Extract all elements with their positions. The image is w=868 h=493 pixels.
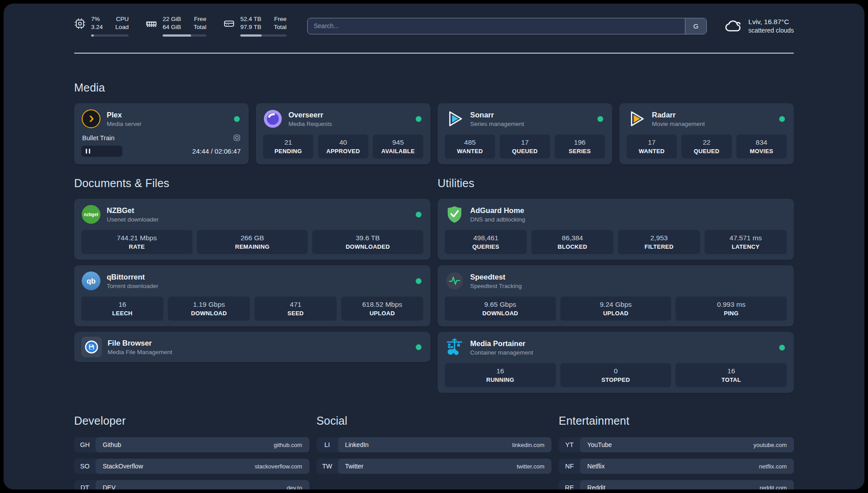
bookmarks-social: Social LI LinkedIn linkedin.com TW Twitt… bbox=[317, 414, 552, 474]
bookmark-name: YouTube bbox=[587, 441, 612, 448]
app-description: Media Requests bbox=[288, 121, 332, 127]
bookmark-netflix[interactable]: NF Netflix netflix.com bbox=[559, 459, 794, 474]
app-name: Plex bbox=[107, 111, 142, 119]
session-icon bbox=[233, 134, 241, 142]
stat-tile: 17 QUEUED bbox=[500, 134, 550, 159]
stat-tile: 471 SEED bbox=[255, 297, 337, 321]
app-name: Speedtest bbox=[470, 273, 522, 281]
stat-tile: 16 TOTAL bbox=[676, 363, 787, 387]
bookmark-name: Reddit bbox=[587, 484, 605, 489]
bookmarks-entertainment: Entertainment YT YouTube youtube.com NF … bbox=[559, 414, 794, 489]
portainer-card[interactable]: Media Portainer Container management 16 … bbox=[438, 332, 794, 393]
sonarr-icon bbox=[445, 109, 464, 128]
playback-pause-indicator bbox=[81, 146, 122, 157]
section-title-entertainment: Entertainment bbox=[559, 414, 794, 427]
stat-tile: 2,953 FILTERED bbox=[618, 230, 700, 254]
disk-icon bbox=[223, 18, 235, 29]
status-dot bbox=[597, 116, 603, 122]
stat-tile: 40 APPROVED bbox=[318, 134, 368, 159]
bookmark-reddit[interactable]: RE Reddit reddit.com bbox=[559, 480, 794, 489]
pause-icon bbox=[86, 149, 87, 154]
status-dot bbox=[779, 116, 785, 122]
search-provider-button[interactable]: G bbox=[685, 18, 706, 34]
app-description: Movie management bbox=[652, 121, 705, 127]
weather-condition: scattered clouds bbox=[748, 27, 794, 34]
bookmark-abbr: DT bbox=[74, 480, 96, 489]
disk-free-value: 52.4 TB bbox=[240, 15, 261, 23]
bookmark-youtube[interactable]: YT YouTube youtube.com bbox=[559, 437, 794, 452]
bookmark-abbr: RE bbox=[559, 480, 580, 489]
plex-card[interactable]: Plex Media server Bullet Train 24:44 / 0… bbox=[74, 103, 249, 164]
app-name: Media Portainer bbox=[470, 339, 533, 348]
bookmark-name: Github bbox=[103, 441, 121, 448]
stat-tile: 744.21 Mbps RATE bbox=[81, 230, 192, 254]
header-divider bbox=[74, 53, 794, 54]
documents-column: Documents & Files nzbget NZBGet Usenet d… bbox=[74, 177, 430, 362]
bookmark-abbr: NF bbox=[559, 459, 580, 474]
bookmark-name: Twitter bbox=[345, 463, 363, 470]
section-title-utilities: Utilities bbox=[438, 177, 794, 190]
bookmark-linkedin[interactable]: LI LinkedIn linkedin.com bbox=[317, 437, 552, 452]
adguard-icon bbox=[445, 205, 464, 224]
search-input[interactable] bbox=[308, 18, 685, 34]
bookmark-url: linkedin.com bbox=[512, 442, 544, 448]
section-title-documents: Documents & Files bbox=[74, 177, 430, 190]
status-dot bbox=[779, 345, 785, 351]
stat-tile: 22 QUEUED bbox=[681, 134, 732, 159]
app-description: Usenet downloader bbox=[107, 216, 159, 223]
bookmark-name: Netflix bbox=[587, 463, 605, 470]
bookmark-twitter[interactable]: TW Twitter twitter.com bbox=[317, 459, 552, 474]
bookmark-github[interactable]: GH Github github.com bbox=[74, 437, 309, 452]
cpu-usage-label: CPU bbox=[115, 15, 129, 23]
speedtest-card[interactable]: Speedtest Speedtest Tracking 9.65 Gbps D… bbox=[438, 265, 794, 326]
app-name: File Browser bbox=[108, 339, 172, 347]
overseerr-card[interactable]: Overseerr Media Requests 21 PENDING 40 A… bbox=[256, 103, 430, 164]
stat-tile: 485 WANTED bbox=[445, 134, 495, 159]
sonarr-card[interactable]: Sonarr Series management 485 WANTED 17 Q… bbox=[438, 103, 612, 164]
memory-total-label: Total bbox=[194, 23, 207, 31]
overseerr-icon bbox=[263, 109, 282, 128]
cpu-progress bbox=[91, 34, 129, 37]
app-description: DNS and adblocking bbox=[470, 216, 525, 223]
plex-icon bbox=[82, 109, 100, 128]
app-name: Radarr bbox=[652, 111, 705, 119]
bookmark-stackoverflow[interactable]: SO StackOverflow stackoverflow.com bbox=[74, 459, 309, 474]
stat-tile: 196 SERIES bbox=[555, 134, 605, 159]
stat-tile: 0.993 ms PING bbox=[676, 297, 787, 321]
app-name: NZBGet bbox=[107, 206, 159, 215]
top-bar: 7% 3.24 CPU Load bbox=[74, 15, 794, 37]
qbittorrent-card[interactable]: qb qBittorrent Torrent downloader 16 LEE… bbox=[74, 265, 430, 326]
filebrowser-icon bbox=[81, 337, 102, 357]
bookmark-url: reddit.com bbox=[760, 485, 787, 489]
status-dot bbox=[416, 344, 421, 350]
nzbget-card[interactable]: nzbget NZBGet Usenet downloader 744.21 M… bbox=[74, 199, 430, 260]
section-title-developer: Developer bbox=[74, 414, 309, 427]
playback-time: 24:44 / 02:06:47 bbox=[192, 147, 242, 155]
bookmark-dev[interactable]: DT DEV dev.to bbox=[74, 480, 309, 489]
adguard-card[interactable]: AdGuard Home DNS and adblocking 498,461 … bbox=[438, 199, 794, 260]
status-dot bbox=[416, 212, 421, 217]
memory-widget: 22 GiB 64 GiB Free Total bbox=[146, 15, 206, 37]
cpu-widget: 7% 3.24 CPU Load bbox=[74, 15, 129, 37]
radarr-card[interactable]: Radarr Movie management 17 WANTED 22 QUE… bbox=[619, 103, 794, 164]
bookmark-url: stackoverflow.com bbox=[255, 463, 302, 470]
disk-total-label: Total bbox=[274, 23, 287, 31]
bookmark-url: youtube.com bbox=[754, 442, 787, 448]
memory-icon bbox=[146, 18, 157, 29]
radarr-icon bbox=[627, 109, 646, 128]
app-description: Container management bbox=[470, 349, 533, 356]
app-description: Media server bbox=[107, 121, 142, 127]
stat-tile: 266 GB REMAINING bbox=[197, 230, 308, 254]
filebrowser-card[interactable]: File Browser Media File Management bbox=[74, 332, 430, 362]
app-description: Torrent downloader bbox=[107, 283, 159, 289]
app-description: Series management bbox=[470, 121, 524, 127]
app-name: Overseerr bbox=[288, 111, 332, 119]
cpu-usage-value: 7% bbox=[91, 15, 103, 23]
now-playing-title: Bullet Train bbox=[82, 134, 115, 142]
app-name: AdGuard Home bbox=[470, 206, 525, 215]
stat-tile: 1.19 Gbps DOWNLOAD bbox=[168, 297, 250, 321]
speedtest-icon bbox=[445, 272, 464, 290]
stat-tile: 618.52 Mbps UPLOAD bbox=[341, 297, 423, 321]
bookmark-abbr: LI bbox=[317, 437, 338, 452]
memory-total-value: 64 GiB bbox=[163, 23, 181, 31]
